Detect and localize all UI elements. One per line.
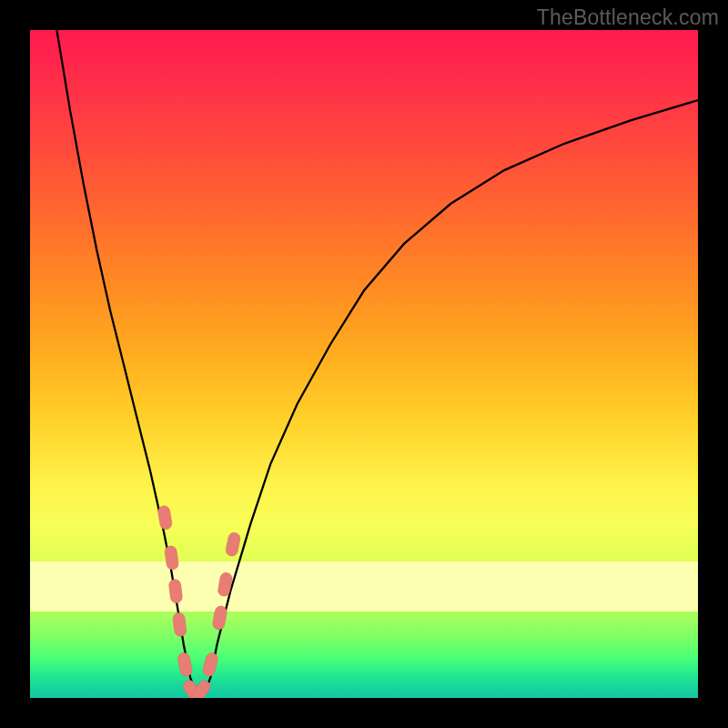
curve-marker <box>177 652 193 677</box>
curve-marker <box>164 545 179 571</box>
curve-marker <box>172 612 187 637</box>
curve-marker <box>202 652 219 677</box>
bottleneck-curve <box>56 30 698 694</box>
watermark-text: TheBottleneck.com <box>537 5 719 30</box>
curve-marker <box>225 531 241 557</box>
curve-marker <box>168 579 183 603</box>
curve-marker <box>212 605 228 631</box>
curve-marker <box>157 505 173 531</box>
curve-layer <box>30 30 698 698</box>
plot-area <box>30 30 698 698</box>
chart-frame: TheBottleneck.com <box>0 0 728 728</box>
